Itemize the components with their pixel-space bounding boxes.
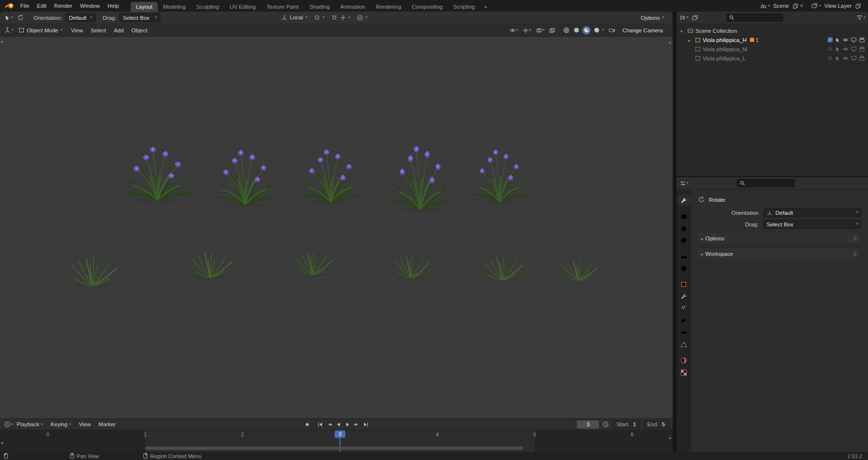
disclosure-triangle[interactable] (701, 236, 704, 241)
hide-in-viewport-eye-icon[interactable] (842, 55, 849, 61)
frame-end-field[interactable]: End 5 (643, 420, 669, 429)
tab-modeling[interactable]: Modeling (158, 2, 191, 12)
viola-grass-plant[interactable] (183, 236, 238, 280)
menu-add[interactable]: Add (110, 28, 127, 33)
outliner-search-input[interactable] (726, 14, 783, 22)
disable-in-viewports-monitor-icon[interactable] (851, 37, 857, 43)
hide-in-viewport-eye-icon[interactable] (842, 37, 849, 43)
tab-compositing[interactable]: Compositing (407, 2, 448, 12)
overlays-dropdown[interactable] (536, 27, 545, 34)
menu-view-timeline[interactable]: View (75, 421, 95, 427)
timeline-ruler[interactable]: 0 1 2 3 4 5 6 3 (0, 430, 673, 452)
proportional-editing-dropdown[interactable] (357, 14, 367, 21)
play-button[interactable] (343, 420, 352, 429)
unlink-scene-button[interactable] (800, 3, 803, 9)
blender-logo-icon[interactable] (5, 2, 14, 10)
transform-orientation-dropdown[interactable]: Local (281, 14, 307, 21)
new-view-layer-icon[interactable] (855, 3, 861, 9)
panel-options[interactable]: Options (697, 232, 861, 244)
editor-type-timeline-icon[interactable] (4, 421, 13, 428)
sidebar-expand-arrow[interactable] (668, 41, 671, 45)
viola-grass-plant[interactable] (554, 247, 603, 282)
properties-search-input[interactable] (737, 179, 795, 187)
disable-in-renders-camera-icon[interactable] (859, 37, 865, 43)
outliner-filter-dropdown[interactable] (856, 14, 865, 21)
viola-grass-plant[interactable] (387, 238, 434, 280)
viola-flowering-plant[interactable] (468, 141, 531, 205)
disable-in-renders-camera-icon[interactable] (859, 46, 865, 52)
tab-tool[interactable] (678, 195, 691, 206)
tab-material[interactable] (678, 355, 691, 366)
menu-object[interactable]: Object (127, 28, 151, 33)
tab-animation[interactable]: Animation (335, 2, 370, 12)
outliner-row-scene-collection[interactable]: Scene Collection (677, 26, 868, 35)
tab-layout[interactable]: Layout (131, 2, 158, 12)
tab-world[interactable] (678, 263, 691, 274)
viewport-3d[interactable] (0, 37, 673, 418)
menu-edit[interactable]: Edit (33, 3, 51, 9)
pivot-point-dropdown[interactable] (314, 14, 325, 21)
panel-drag-dots-icon[interactable] (854, 236, 857, 241)
play-reverse-button[interactable] (334, 420, 342, 429)
panel-workspace[interactable]: Workspace (697, 248, 861, 260)
tab-constraints[interactable] (678, 327, 691, 338)
menu-select[interactable]: Select (87, 28, 110, 33)
outliner-row-viola-philippica-m[interactable]: Viola philippica_M (677, 44, 868, 54)
tab-output[interactable] (678, 223, 691, 234)
tab-scripting[interactable]: Scripting (448, 2, 480, 12)
tab-render[interactable] (678, 210, 691, 222)
hide-in-viewport-eye-icon[interactable] (842, 46, 849, 52)
selectable-cursor-icon[interactable] (835, 37, 841, 43)
selectable-cursor-icon[interactable] (835, 56, 841, 61)
tab-shading[interactable]: Shading (304, 2, 335, 12)
jump-to-next-keyframe-button[interactable] (353, 420, 361, 429)
preview-range-clock-icon[interactable] (602, 421, 609, 428)
disclosure-triangle[interactable] (680, 28, 687, 34)
tab-modifiers[interactable] (678, 291, 691, 302)
disclosure-triangle[interactable] (701, 251, 704, 257)
viola-flowering-plant[interactable] (296, 141, 366, 205)
tab-physics[interactable] (678, 315, 691, 326)
toolbar-expand-arrow[interactable] (1, 40, 4, 44)
viola-flowering-plant[interactable] (387, 136, 454, 213)
tab-uv-editing[interactable]: UV Editing (224, 2, 261, 12)
selectable-cursor-icon[interactable] (835, 46, 841, 52)
menu-playback[interactable]: Playback (13, 421, 47, 427)
disclosure-triangle[interactable] (688, 37, 695, 43)
viola-flowering-plant[interactable] (210, 141, 280, 208)
tab-view-layer[interactable] (678, 235, 691, 246)
tab-object[interactable] (678, 279, 691, 290)
editor-type-properties-icon[interactable] (679, 180, 689, 187)
jump-to-prev-keyframe-button[interactable] (325, 420, 333, 429)
tab-object-data[interactable] (678, 339, 691, 350)
frame-start-field[interactable]: Start 1 (612, 420, 640, 429)
timeline-scrollbar[interactable] (145, 446, 523, 450)
timeline-sidebar-arrow[interactable] (668, 436, 671, 440)
shading-wireframe-button[interactable] (562, 26, 570, 35)
show-object-types-dropdown[interactable] (509, 27, 518, 34)
drag-dropdown[interactable]: Select Box (119, 13, 161, 22)
proportional-editing-icon[interactable] (357, 14, 363, 21)
tab-sculpting[interactable]: Sculpting (191, 2, 224, 12)
shading-solid-button[interactable] (572, 26, 581, 35)
tab-texture-paint[interactable]: Texture Paint (261, 2, 304, 12)
disable-in-viewports-monitor-icon[interactable] (851, 46, 857, 52)
viola-grass-plant[interactable] (61, 238, 124, 288)
shading-options-dropdown[interactable] (602, 28, 604, 32)
viewlayer-checkbox[interactable] (827, 37, 833, 42)
change-camera-button[interactable]: Change Camera (620, 27, 666, 34)
editor-type-3d-viewport-icon[interactable] (4, 27, 14, 34)
outliner-row-viola-philippica-l[interactable]: Viola philippica_L (677, 54, 868, 63)
jump-to-end-button[interactable] (362, 420, 370, 429)
current-frame-field[interactable]: 3 (577, 420, 599, 429)
rotate-tool-icon[interactable] (17, 14, 24, 21)
viola-flowering-plant[interactable] (119, 139, 196, 204)
menu-file[interactable]: File (16, 3, 33, 9)
disable-in-renders-camera-icon[interactable] (859, 55, 865, 61)
orientation-dropdown[interactable]: Default (65, 13, 96, 22)
camera-view-icon[interactable] (609, 27, 615, 34)
scene-selector[interactable]: Scene (760, 2, 803, 9)
tab-scene[interactable] (678, 251, 691, 262)
viola-grass-plant[interactable] (288, 237, 338, 277)
gizmos-dropdown[interactable] (522, 27, 531, 34)
